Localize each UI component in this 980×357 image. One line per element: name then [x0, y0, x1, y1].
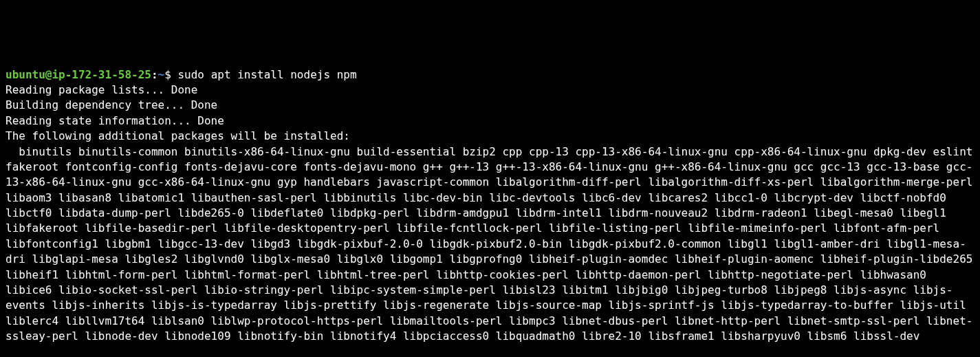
prompt-user-host: ubuntu@ip-172-31-58-25	[6, 68, 151, 81]
package-list: binutils binutils-common binutils-x86-64…	[6, 145, 979, 343]
prompt-path: ~	[158, 68, 165, 81]
output-line: Reading package lists... Done	[6, 83, 197, 96]
terminal[interactable]: ubuntu@ip-172-31-58-25:~$ sudo apt insta…	[6, 67, 974, 345]
prompt-dollar: $	[164, 68, 177, 81]
prompt-colon: :	[151, 68, 158, 81]
output-line: Reading state information... Done	[6, 114, 224, 127]
command-text: sudo apt install nodejs npm	[177, 68, 356, 81]
output-line: The following additional packages will b…	[6, 129, 350, 142]
output-line: Building dependency tree... Done	[6, 98, 217, 111]
